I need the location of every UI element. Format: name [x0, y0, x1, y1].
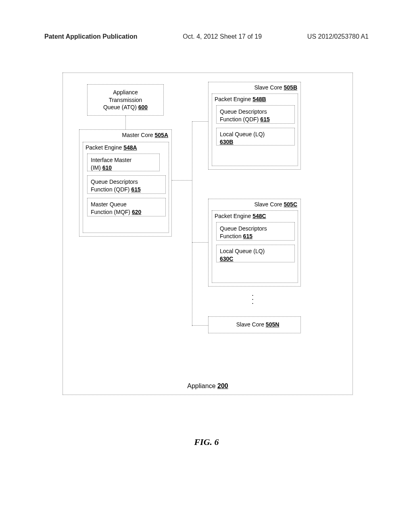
slave-core-b-box: Slave Core 505B Packet Engine 548B Queue…: [208, 82, 301, 170]
connector-master-trunk: [172, 180, 192, 181]
lq-b-box: Local Queue (LQ) 630B: [216, 128, 295, 145]
qdf-c-line2-prefix: Function: [220, 233, 243, 239]
qdf-b-line2-prefix: Function (QDF): [220, 116, 260, 123]
master-core-box: Master Core 505A Packet Engine 548A Inte…: [79, 129, 172, 237]
qdf-c-ref: 615: [243, 233, 252, 239]
lq-b-ref: 630B: [220, 139, 233, 145]
figure-caption: FIG. 6: [0, 437, 413, 447]
slave-c-ref: 505C: [284, 201, 297, 208]
atq-box: Appliance Transmission Queue (ATQ) 600: [87, 84, 164, 116]
qdf-a-line2-prefix: Function (QDF): [91, 186, 131, 193]
slave-c-title: Slave Core 505C: [254, 201, 297, 208]
packet-engine-a: Packet Engine 548A Interface Master (IM)…: [83, 142, 169, 233]
slave-core-n-box: Slave Core 505N: [208, 316, 301, 333]
im-line1: Interface Master: [91, 157, 131, 163]
mqf-ref: 620: [132, 209, 141, 215]
im-ref: 610: [102, 164, 112, 171]
qdf-c-line1: Queue Descriptors: [220, 225, 267, 232]
pe-b-ref: 548B: [252, 96, 266, 102]
qdf-a-line1: Queue Descriptors: [91, 179, 138, 185]
connector-atq-master: [125, 116, 126, 129]
page: Patent Application Publication Oct. 4, 2…: [0, 0, 413, 532]
im-line2-prefix: (IM): [91, 164, 102, 171]
slave-n-ref: 505N: [266, 321, 279, 328]
appliance-ref: 200: [217, 382, 228, 389]
appliance-prefix: Appliance: [187, 382, 217, 389]
slave-n-title: Slave Core 505N: [212, 321, 304, 328]
master-core-title: Master Core 505A: [122, 131, 168, 139]
qdf-a-ref: 615: [131, 186, 140, 193]
master-core-ref: 505A: [155, 132, 168, 138]
qdf-b-box: Queue Descriptors Function (QDF) 615: [216, 105, 295, 124]
slave-c-title-prefix: Slave Core: [254, 201, 284, 208]
header-left: Patent Application Publication: [44, 33, 138, 40]
packet-engine-b: Packet Engine 548B Queue Descriptors Fun…: [212, 94, 298, 166]
atq-line3-prefix: Queue (ATQ): [103, 104, 138, 110]
pe-a-ref: 548A: [123, 144, 137, 151]
interface-master-box: Interface Master (IM) 610: [87, 154, 160, 171]
pe-c-ref: 548C: [252, 213, 266, 219]
packet-engine-a-label: Packet Engine 548A: [86, 144, 137, 152]
page-header: Patent Application Publication Oct. 4, 2…: [44, 33, 369, 40]
header-right: US 2012/0253780 A1: [307, 33, 369, 40]
slave-b-title-prefix: Slave Core: [254, 84, 284, 91]
mqf-box: Master Queue Function (MQF) 620: [87, 198, 166, 216]
appliance-container: Appliance Transmission Queue (ATQ) 600 M…: [63, 73, 353, 395]
connector-to-slave-c: [192, 242, 208, 243]
vertical-ellipsis: ···: [252, 293, 254, 305]
connector-trunk-vertical: [192, 121, 192, 326]
packet-engine-c: Packet Engine 548C Queue Descriptors Fun…: [212, 210, 298, 283]
qdf-master-box: Queue Descriptors Function (QDF) 615: [87, 175, 166, 194]
slave-core-c-box: Slave Core 505C Packet Engine 548C Queue…: [208, 199, 301, 287]
qdf-c-box: Queue Descriptors Function 615: [216, 222, 295, 241]
mqf-line2-prefix: Function (MQF): [91, 209, 132, 215]
qdf-b-ref: 615: [260, 116, 269, 123]
master-core-title-prefix: Master Core: [122, 132, 155, 138]
pe-a-prefix: Packet Engine: [86, 144, 123, 151]
slave-n-title-prefix: Slave Core: [236, 321, 266, 328]
slave-b-title: Slave Core 505B: [254, 84, 297, 91]
mqf-line1: Master Queue: [91, 201, 127, 208]
qdf-b-line1: Queue Descriptors: [220, 108, 267, 115]
lq-b-line1: Local Queue (LQ): [220, 131, 265, 137]
lq-c-line1: Local Queue (LQ): [220, 248, 265, 254]
atq-ref: 600: [138, 104, 148, 110]
pe-b-prefix: Packet Engine: [215, 96, 252, 102]
atq-line1: Appliance: [113, 89, 138, 96]
pe-c-prefix: Packet Engine: [215, 213, 252, 219]
connector-to-slave-n: [192, 325, 208, 326]
slave-b-ref: 505B: [284, 84, 297, 91]
appliance-label: Appliance 200: [63, 382, 353, 390]
packet-engine-b-label: Packet Engine 548B: [215, 96, 266, 103]
atq-line2: Transmission: [109, 97, 142, 103]
lq-c-box: Local Queue (LQ) 630C: [216, 245, 295, 262]
header-center: Oct. 4, 2012 Sheet 17 of 19: [183, 33, 262, 40]
packet-engine-c-label: Packet Engine 548C: [215, 212, 266, 220]
lq-c-ref: 630C: [220, 256, 233, 262]
connector-to-slave-b: [192, 121, 208, 122]
